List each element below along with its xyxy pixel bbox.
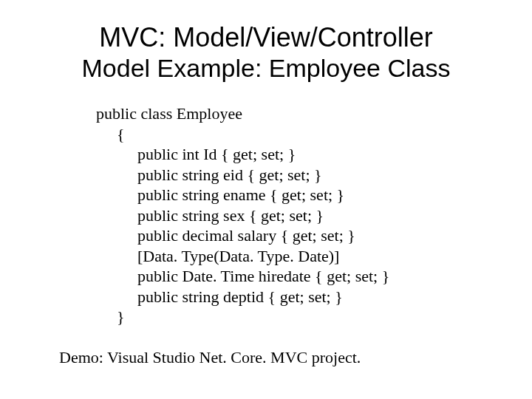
code-line: public string sex { get; set; } <box>96 205 502 226</box>
code-line: { <box>96 124 502 145</box>
code-block: public class Employee { public int Id { … <box>96 103 502 327</box>
code-line: public Date. Time hiredate { get; set; } <box>96 266 502 287</box>
footer-text: Demo: Visual Studio Net. Core. MVC proje… <box>59 348 502 367</box>
code-line: public decimal salary { get; set; } <box>96 225 502 246</box>
code-line: public string ename { get; set; } <box>96 185 502 205</box>
code-line: public string eid { get; set; } <box>96 165 502 185</box>
code-line: public class Employee <box>96 103 502 124</box>
code-line: public string deptid { get; set; } <box>96 287 502 307</box>
title-line-2: Model Example: Employee Class <box>30 54 502 83</box>
code-line: [Data. Type(Data. Type. Date)] <box>96 246 502 267</box>
slide-title: MVC: Model/View/Controller Model Example… <box>30 22 502 83</box>
code-line: } <box>96 307 502 327</box>
title-line-1: MVC: Model/View/Controller <box>30 22 502 52</box>
code-line: public int Id { get; set; } <box>96 144 502 165</box>
